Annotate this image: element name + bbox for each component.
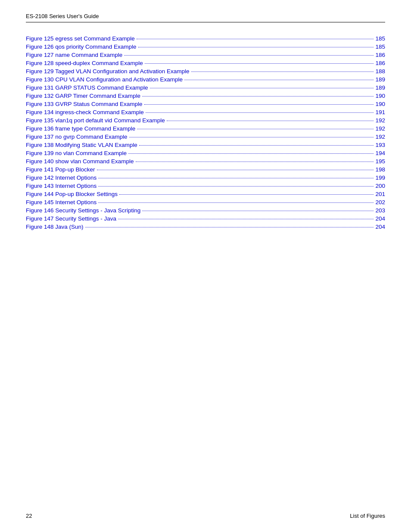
toc-dots — [167, 121, 374, 121]
toc-item: Figure 141 Pop-up Blocker198 — [26, 166, 385, 173]
toc-page-number: 188 — [375, 68, 385, 75]
toc-item: Figure 142 Internet Options199 — [26, 174, 385, 181]
toc-item: Figure 138 Modifying Static VLAN Example… — [26, 142, 385, 148]
toc-page-number: 194 — [375, 150, 385, 156]
toc-dots — [138, 47, 374, 47]
toc-dots — [137, 129, 374, 129]
page-header: ES-2108 Series User's Guide — [26, 13, 385, 22]
toc-item: Figure 140 show vlan Command Example195 — [26, 158, 385, 165]
toc-link[interactable]: Figure 145 Internet Options — [26, 199, 97, 205]
toc-dots — [145, 63, 374, 64]
toc-link[interactable]: Figure 139 no vlan Command Example — [26, 150, 127, 156]
toc-dots — [139, 145, 374, 146]
toc-link[interactable]: Figure 125 egress set Command Example — [26, 35, 135, 42]
toc-link[interactable]: Figure 140 show vlan Command Example — [26, 158, 134, 165]
toc-page-number: 204 — [375, 224, 385, 230]
toc-page-number: 190 — [375, 93, 385, 99]
toc-page-number: 186 — [375, 60, 385, 66]
toc-link[interactable]: Figure 127 name Command Example — [26, 52, 122, 58]
toc-link[interactable]: Figure 138 Modifying Static VLAN Example — [26, 142, 137, 148]
toc-dots — [136, 162, 374, 162]
toc-page-number: 201 — [375, 191, 385, 197]
toc-page-number: 189 — [375, 76, 385, 83]
toc-link[interactable]: Figure 137 no gvrp Command Example — [26, 134, 128, 140]
toc-dots — [97, 170, 374, 170]
toc-link[interactable]: Figure 126 qos priority Command Example — [26, 44, 137, 50]
toc-link[interactable]: Figure 135 vlan1q port default vid Comma… — [26, 117, 165, 124]
toc-page-number: 192 — [375, 125, 385, 132]
toc-item: Figure 146 Security Settings - Java Scri… — [26, 207, 385, 214]
toc-dots — [98, 186, 374, 187]
page-footer: 22 List of Figures — [26, 513, 385, 519]
toc-dots — [191, 72, 374, 72]
toc-page-number: 195 — [375, 158, 385, 165]
toc-page-number: 189 — [375, 84, 385, 91]
footer-section-label: List of Figures — [350, 513, 385, 519]
toc-dots — [128, 153, 374, 154]
toc-item: Figure 139 no vlan Command Example194 — [26, 150, 385, 156]
toc-link[interactable]: Figure 143 Internet Options — [26, 183, 97, 189]
toc-item: Figure 131 GARP STATUS Command Example18… — [26, 84, 385, 91]
toc-dots — [150, 88, 374, 88]
toc-page-number: 185 — [375, 35, 385, 42]
toc-dots — [144, 104, 374, 105]
toc-page-number: 192 — [375, 134, 385, 140]
toc-item: Figure 129 Tagged VLAN Configuration and… — [26, 68, 385, 75]
toc-link[interactable]: Figure 129 Tagged VLAN Configuration and… — [26, 68, 190, 75]
toc-page-number: 200 — [375, 183, 385, 189]
page-container: ES-2108 Series User's Guide Figure 125 e… — [0, 0, 411, 532]
toc-dots — [142, 211, 374, 211]
toc-page-number: 204 — [375, 215, 385, 222]
toc-link[interactable]: Figure 141 Pop-up Blocker — [26, 166, 95, 173]
toc-link[interactable]: Figure 134 ingress-check Command Example — [26, 109, 144, 115]
toc-link[interactable]: Figure 130 CPU VLAN Configuration and Ac… — [26, 76, 183, 83]
toc-dots — [118, 219, 374, 219]
toc-page-number: 202 — [375, 199, 385, 205]
toc-page-number: 193 — [375, 142, 385, 148]
toc-item: Figure 133 GVRP Status Command Example19… — [26, 101, 385, 107]
toc-dots — [119, 194, 374, 195]
toc-item: Figure 136 frame type Command Example192 — [26, 125, 385, 132]
toc-dots — [129, 137, 374, 137]
toc-page-number: 192 — [375, 117, 385, 124]
toc-page-number: 199 — [375, 174, 385, 181]
toc-link[interactable]: Figure 133 GVRP Status Command Example — [26, 101, 143, 107]
toc-item: Figure 134 ingress-check Command Example… — [26, 109, 385, 115]
toc-page-number: 198 — [375, 166, 385, 173]
toc-page-number: 185 — [375, 44, 385, 50]
toc-link[interactable]: Figure 132 GARP Timer Command Example — [26, 93, 140, 99]
toc-page-number: 191 — [375, 109, 385, 115]
toc-item: Figure 130 CPU VLAN Configuration and Ac… — [26, 76, 385, 83]
toc-dots — [142, 96, 374, 96]
toc-dots — [184, 80, 374, 80]
toc-dots — [98, 178, 374, 178]
toc-item: Figure 128 speed-duplex Command Example1… — [26, 60, 385, 66]
toc-item: Figure 143 Internet Options200 — [26, 183, 385, 189]
toc-link[interactable]: Figure 144 Pop-up Blocker Settings — [26, 191, 118, 197]
toc-link[interactable]: Figure 148 Java (Sun) — [26, 224, 84, 230]
toc-item: Figure 132 GARP Timer Command Example190 — [26, 93, 385, 99]
toc-dots — [137, 39, 374, 39]
toc-page-number: 203 — [375, 207, 385, 214]
footer-page-number: 22 — [26, 513, 32, 519]
toc-link[interactable]: Figure 136 frame type Command Example — [26, 125, 135, 132]
toc-link[interactable]: Figure 128 speed-duplex Command Example — [26, 60, 143, 66]
toc-item: Figure 126 qos priority Command Example1… — [26, 44, 385, 50]
toc-page-number: 190 — [375, 101, 385, 107]
toc-item: Figure 147 Security Settings - Java204 — [26, 215, 385, 222]
toc-dots — [98, 202, 374, 203]
toc-link[interactable]: Figure 146 Security Settings - Java Scri… — [26, 207, 140, 214]
toc-link[interactable]: Figure 131 GARP STATUS Command Example — [26, 84, 148, 91]
toc-dots — [85, 227, 374, 227]
header-title: ES-2108 Series User's Guide — [26, 13, 99, 19]
toc-item: Figure 125 egress set Command Example185 — [26, 35, 385, 42]
toc-dots — [146, 112, 374, 113]
toc-item: Figure 148 Java (Sun)204 — [26, 224, 385, 230]
toc-item: Figure 127 name Command Example186 — [26, 52, 385, 58]
toc-page-number: 186 — [375, 52, 385, 58]
toc-link[interactable]: Figure 142 Internet Options — [26, 174, 97, 181]
toc-link[interactable]: Figure 147 Security Settings - Java — [26, 215, 116, 222]
toc-item: Figure 137 no gvrp Command Example192 — [26, 134, 385, 140]
toc-item: Figure 145 Internet Options202 — [26, 199, 385, 205]
toc-list: Figure 125 egress set Command Example185… — [26, 35, 385, 230]
